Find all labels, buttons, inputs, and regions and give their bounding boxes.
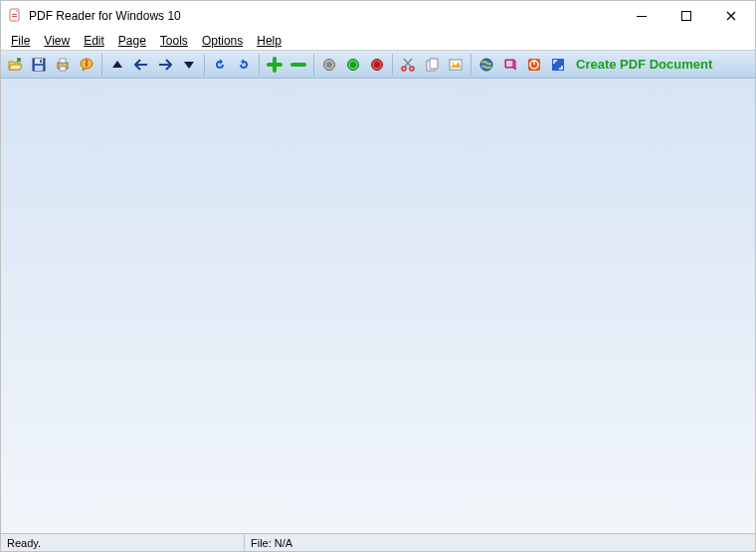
expand-blue-icon (550, 57, 566, 73)
info-bubble-icon (79, 57, 94, 73)
menu-options[interactable]: Options (196, 33, 249, 49)
menu-tools[interactable]: Tools (154, 33, 194, 49)
power-icon (526, 57, 542, 73)
open-folder-icon (7, 57, 23, 73)
image-button[interactable] (445, 54, 467, 76)
svg-rect-25 (450, 60, 462, 70)
circle-red-icon (370, 58, 384, 72)
nav-forward-button[interactable] (154, 54, 176, 76)
svg-rect-8 (40, 60, 42, 63)
create-pdf-label[interactable]: Create PDF Document (576, 57, 712, 72)
nav-down-button[interactable] (178, 54, 200, 76)
menu-view[interactable]: View (38, 33, 76, 49)
toolbar-separator (471, 54, 472, 76)
svg-rect-11 (60, 67, 66, 71)
print-button[interactable] (52, 54, 74, 76)
triangle-up-icon (111, 59, 123, 71)
menubar: File View Edit Page Tools Options Help (1, 31, 755, 51)
svg-rect-3 (637, 16, 647, 17)
svg-rect-24 (430, 59, 438, 69)
maximize-button[interactable] (663, 2, 708, 30)
toolbar-separator (204, 54, 205, 76)
menu-file[interactable]: File (5, 33, 36, 49)
open-button[interactable] (4, 54, 26, 76)
svg-rect-2 (12, 16, 17, 17)
svg-point-16 (326, 62, 332, 68)
picture-icon (448, 57, 464, 73)
svg-rect-14 (86, 63, 87, 67)
svg-rect-10 (60, 59, 66, 63)
book-icon (502, 57, 518, 73)
svg-point-13 (86, 60, 88, 62)
nav-up-button[interactable] (106, 54, 128, 76)
svg-point-21 (402, 67, 406, 71)
titlebar: PDF Reader for Windows 10 (1, 1, 755, 31)
scissors-icon (400, 57, 416, 73)
svg-rect-7 (35, 66, 43, 71)
save-button[interactable] (28, 54, 50, 76)
rotate-ccw-icon (212, 57, 228, 73)
book-button[interactable] (499, 54, 521, 76)
info-button[interactable] (76, 54, 97, 76)
rotate-cw-icon (236, 57, 252, 73)
svg-point-18 (350, 62, 356, 68)
menu-edit[interactable]: Edit (78, 33, 110, 49)
menu-help[interactable]: Help (251, 33, 287, 49)
minimize-button[interactable] (619, 2, 663, 30)
svg-point-26 (452, 62, 454, 64)
power-button[interactable] (523, 54, 545, 76)
window-controls (619, 2, 753, 30)
window-title: PDF Reader for Windows 10 (29, 9, 619, 23)
fullscreen-button[interactable] (547, 54, 569, 76)
zoom-in-button[interactable] (264, 54, 285, 76)
web-button[interactable] (475, 54, 497, 76)
rotate-left-button[interactable] (209, 54, 231, 76)
plus-icon (267, 57, 283, 73)
globe-icon (478, 57, 494, 73)
record-green-button[interactable] (342, 54, 364, 76)
svg-point-20 (374, 62, 380, 68)
app-window: PDF Reader for Windows 10 File View Edit… (0, 0, 756, 552)
copy-button[interactable] (421, 54, 443, 76)
nav-back-button[interactable] (130, 54, 152, 76)
circle-green-icon (346, 58, 360, 72)
close-button[interactable] (708, 2, 753, 30)
save-floppy-icon (31, 57, 47, 73)
zoom-out-button[interactable] (287, 54, 309, 76)
maximize-icon (681, 11, 691, 21)
app-icon (7, 8, 23, 24)
triangle-down-icon (183, 59, 195, 71)
toolbar-separator (392, 54, 393, 76)
rotate-right-button[interactable] (233, 54, 255, 76)
status-file: File: N/A (245, 534, 755, 551)
printer-icon (55, 57, 71, 73)
svg-rect-1 (12, 14, 17, 15)
arrow-right-icon (158, 59, 172, 71)
svg-rect-31 (533, 60, 534, 65)
minimize-icon (637, 11, 647, 21)
toolbar: Create PDF Document (1, 51, 755, 79)
svg-point-22 (410, 67, 414, 71)
copy-pages-icon (424, 57, 440, 73)
toolbar-separator (101, 54, 102, 76)
toolbar-separator (313, 54, 314, 76)
menu-page[interactable]: Page (112, 33, 152, 49)
svg-rect-4 (681, 12, 690, 21)
arrow-left-icon (134, 59, 148, 71)
document-viewport[interactable] (1, 79, 755, 533)
close-icon (726, 11, 736, 21)
minus-icon (290, 57, 306, 73)
svg-rect-28 (506, 61, 512, 67)
circle-gray-icon (322, 58, 336, 72)
statusbar: Ready. File: N/A (1, 533, 755, 551)
cut-button[interactable] (397, 54, 419, 76)
record-gray-button[interactable] (318, 54, 340, 76)
record-red-button[interactable] (366, 54, 388, 76)
status-ready: Ready. (1, 534, 245, 551)
toolbar-separator (259, 54, 260, 76)
